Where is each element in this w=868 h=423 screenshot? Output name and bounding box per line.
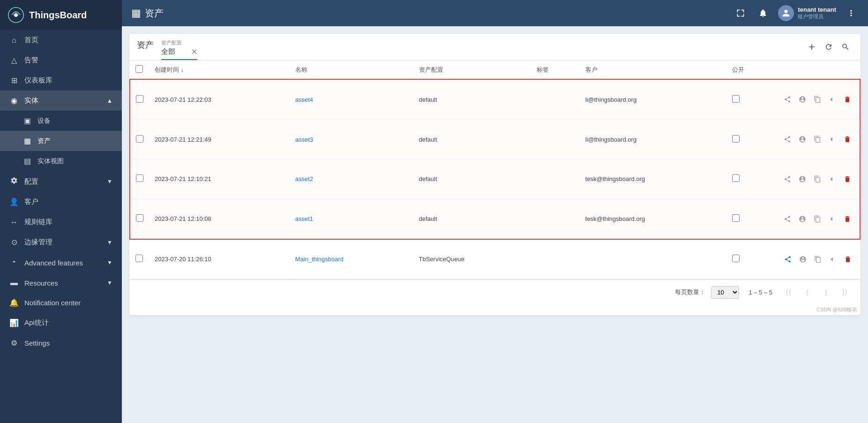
table-header-row: 创建时间 ↓ 名称 资产配置 标签 客户 公开	[130, 60, 860, 79]
share-button[interactable]	[781, 173, 794, 186]
row-public-checkbox[interactable]	[732, 174, 740, 182]
app-logo[interactable]: ThingsBoard	[0, 0, 122, 30]
share-button[interactable]	[781, 212, 794, 226]
row-actions	[781, 212, 854, 226]
row-asset-profile: default	[413, 199, 531, 239]
unassign-button[interactable]	[826, 253, 839, 266]
user-role: 租户管理员	[798, 13, 836, 20]
sidebar-item-devices[interactable]: ▣ 设备	[0, 111, 122, 131]
copy-button[interactable]	[811, 93, 824, 106]
row-actions-cell	[775, 199, 860, 239]
copy-button[interactable]	[811, 173, 824, 186]
sidebar: ThingsBoard ⌂ 首页 △ 告警 ⊞ 仪表板库 ◉ 实体 ▲ ▣ 设备	[0, 0, 122, 423]
dashboard-icon: ⊞	[9, 76, 19, 85]
manage-credentials-button[interactable]	[796, 173, 809, 186]
share-button[interactable]	[781, 253, 794, 266]
row-public-checkbox[interactable]	[732, 95, 740, 103]
sidebar-item-dashboards[interactable]: ⊞ 仪表板库	[0, 70, 122, 91]
pagination-info: 1 – 5 – 5	[748, 289, 772, 296]
sidebar-item-rule-chains[interactable]: ↔ 规则链库	[0, 212, 122, 232]
row-actions	[781, 93, 854, 106]
row-checkbox-cell	[130, 79, 149, 120]
header-title: 资产	[145, 7, 164, 20]
sidebar-item-customers[interactable]: 👤 客户	[0, 192, 122, 212]
manage-credentials-button[interactable]	[796, 133, 809, 146]
main-area: ▦ 资产 tenant tenant 租户管理员	[122, 0, 868, 423]
col-actions	[775, 60, 860, 79]
search-button[interactable]	[838, 39, 853, 54]
manage-credentials-button[interactable]	[796, 212, 809, 226]
entity-view-icon: ▤	[22, 157, 32, 166]
resources-icon: ▬	[9, 279, 19, 287]
notification-icon: 🔔	[9, 298, 19, 307]
sidebar-item-resources[interactable]: ▬ Resources ▼	[0, 273, 122, 293]
filter-clear-button[interactable]: ✕	[191, 47, 197, 56]
notifications-button[interactable]	[756, 6, 771, 21]
api-stats-icon: 📊	[9, 318, 19, 327]
sidebar-item-advanced[interactable]: Advanced features ▼	[0, 252, 122, 273]
copy-button[interactable]	[811, 133, 824, 146]
sidebar-item-config[interactable]: 配置 ▼	[0, 171, 122, 192]
unassign-button[interactable]	[826, 93, 839, 106]
manage-credentials-button[interactable]	[796, 93, 809, 106]
first-page-button[interactable]: ⟨⟨	[782, 286, 795, 299]
assets-card: 资产 资产配置 全部 ✕	[129, 34, 861, 315]
sidebar-item-settings[interactable]: ⚙ Settings	[0, 333, 122, 353]
sidebar-item-notification[interactable]: 🔔 Notification center	[0, 293, 122, 313]
per-page-select[interactable]: 10 20 50 100	[711, 286, 739, 299]
sidebar-item-assets[interactable]: ▦ 资产	[0, 131, 122, 151]
content-area: 资产 资产配置 全部 ✕	[122, 26, 868, 423]
sidebar-item-rule-chains-label: 规则链库	[24, 218, 52, 227]
row-asset-profile: default	[413, 79, 531, 120]
sidebar-item-entity-view[interactable]: ▤ 实体视图	[0, 151, 122, 171]
add-button[interactable]	[804, 39, 819, 54]
fullscreen-button[interactable]	[733, 6, 748, 21]
row-checkbox[interactable]	[136, 214, 143, 222]
share-button[interactable]	[781, 133, 794, 146]
row-created: 2023-07-21 12:10:08	[149, 199, 290, 239]
sidebar-item-edge-mgmt[interactable]: ⊙ 边缘管理 ▼	[0, 232, 122, 252]
user-menu[interactable]: tenant tenant 租户管理员	[778, 5, 836, 21]
sidebar-item-home[interactable]: ⌂ 首页	[0, 30, 122, 50]
delete-button[interactable]	[841, 253, 854, 266]
unassign-button[interactable]	[826, 133, 839, 146]
sidebar-item-assets-label: 资产	[37, 137, 51, 145]
row-checkbox[interactable]	[136, 135, 143, 143]
select-all-checkbox[interactable]	[135, 65, 143, 73]
refresh-button[interactable]	[821, 39, 836, 54]
rule-chains-icon: ↔	[9, 218, 19, 227]
delete-button[interactable]	[841, 133, 854, 146]
row-public-checkbox[interactable]	[732, 214, 740, 222]
config-icon	[9, 177, 19, 186]
table-row: 2023-07-21 12:21:49 asset3 default li@th…	[130, 120, 860, 159]
row-name: asset2	[290, 159, 413, 199]
copy-button[interactable]	[811, 212, 824, 226]
row-checkbox[interactable]	[136, 174, 143, 182]
advanced-arrow-icon: ▼	[107, 259, 112, 266]
row-public-checkbox[interactable]	[732, 255, 740, 262]
sidebar-item-entities[interactable]: ◉ 实体 ▲	[0, 91, 122, 111]
col-asset-profile: 资产配置	[413, 60, 531, 79]
share-button[interactable]	[781, 93, 794, 106]
sidebar-item-api-stats[interactable]: 📊 Api统计	[0, 313, 122, 333]
last-page-button[interactable]: ⟩⟩	[838, 286, 851, 299]
delete-button[interactable]	[841, 212, 854, 226]
row-public	[726, 120, 775, 159]
row-checkbox[interactable]	[136, 95, 143, 103]
next-page-button[interactable]: ⟩	[819, 286, 832, 299]
more-menu-button[interactable]	[844, 6, 859, 21]
prev-page-button[interactable]: ⟨	[801, 286, 814, 299]
row-created: 2023-07-21 12:22:03	[149, 79, 290, 120]
settings-icon: ⚙	[9, 339, 19, 347]
delete-button[interactable]	[841, 173, 854, 186]
unassign-button[interactable]	[826, 212, 839, 226]
table-row: 2023-07-21 12:10:21 asset2 default tesk@…	[130, 159, 860, 199]
sidebar-item-alerts[interactable]: △ 告警	[0, 50, 122, 70]
copy-button[interactable]	[811, 253, 824, 266]
row-checkbox[interactable]	[135, 255, 143, 262]
delete-button[interactable]	[841, 93, 854, 106]
manage-credentials-button[interactable]	[796, 253, 809, 266]
row-public-checkbox[interactable]	[732, 135, 740, 143]
sidebar-item-advanced-label: Advanced features	[24, 259, 83, 267]
unassign-button[interactable]	[826, 173, 839, 186]
